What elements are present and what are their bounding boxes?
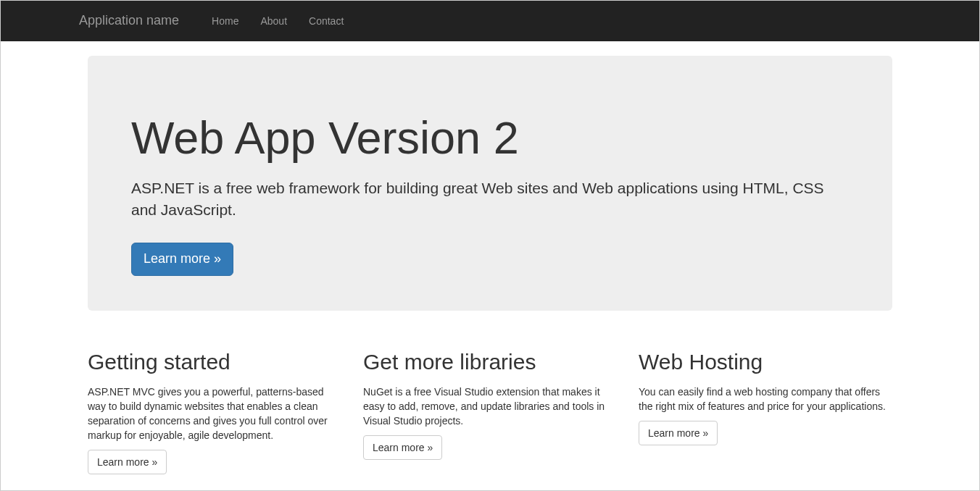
- column-heading: Getting started: [88, 347, 341, 378]
- hosting-learn-more-button[interactable]: Learn more »: [639, 421, 718, 445]
- navbar: Application name Home About Contact: [1, 1, 979, 41]
- main-container: Web App Version 2 ASP.NET is a free web …: [77, 56, 903, 491]
- getting-started-learn-more-button[interactable]: Learn more »: [88, 450, 167, 474]
- column-heading: Web Hosting: [639, 347, 892, 378]
- column-heading: Get more libraries: [363, 347, 617, 378]
- jumbotron-learn-more-button[interactable]: Learn more »: [131, 243, 233, 276]
- column-getting-started: Getting started ASP.NET MVC gives you a …: [77, 332, 352, 482]
- jumbotron-title: Web App Version 2: [131, 105, 849, 170]
- nav-link-home[interactable]: Home: [201, 3, 249, 39]
- column-body: NuGet is a free Visual Studio extension …: [363, 385, 617, 428]
- nav-link-contact[interactable]: Contact: [298, 3, 354, 39]
- column-body: You can easily find a web hosting compan…: [639, 385, 892, 414]
- jumbotron-lead: ASP.NET is a free web framework for buil…: [131, 177, 849, 221]
- columns-row: Getting started ASP.NET MVC gives you a …: [77, 332, 903, 482]
- column-web-hosting: Web Hosting You can easily find a web ho…: [628, 332, 903, 482]
- nav-link-about[interactable]: About: [249, 3, 298, 39]
- navbar-brand[interactable]: Application name: [79, 1, 190, 41]
- jumbotron: Web App Version 2 ASP.NET is a free web …: [88, 56, 892, 311]
- column-body: ASP.NET MVC gives you a powerful, patter…: [88, 385, 341, 442]
- column-get-more-libraries: Get more libraries NuGet is a free Visua…: [352, 332, 628, 482]
- libraries-learn-more-button[interactable]: Learn more »: [363, 435, 442, 460]
